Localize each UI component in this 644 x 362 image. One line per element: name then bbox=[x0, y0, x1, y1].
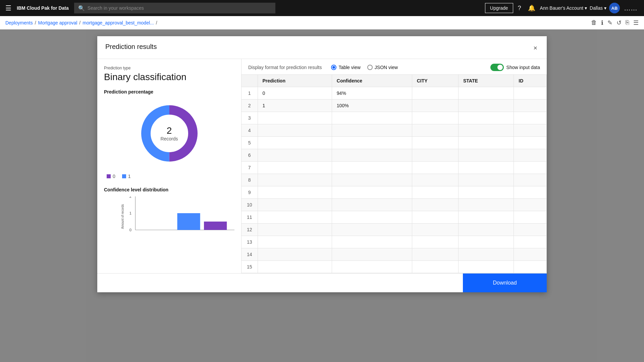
topnav-right: Upgrade ? 🔔 Ann Bauer's Account ▾ Dallas… bbox=[485, 2, 639, 14]
edit-icon[interactable]: ✎ bbox=[607, 19, 612, 26]
copy-icon[interactable]: ⎘ bbox=[626, 19, 629, 26]
region-name: Dallas bbox=[590, 5, 603, 11]
account-name: Ann Bauer's Account bbox=[540, 5, 584, 11]
breadcrumb-actions: 🗑 ℹ ✎ ↺ ⎘ ☰ bbox=[591, 19, 639, 26]
app-logo: IBM Cloud Pak for Data bbox=[17, 5, 69, 11]
upgrade-button[interactable]: Upgrade bbox=[485, 3, 513, 13]
history-icon[interactable]: ↺ bbox=[616, 19, 622, 26]
breadcrumb-sep2: / bbox=[79, 20, 80, 25]
chevron-down-icon: ▾ bbox=[585, 5, 587, 11]
search-bar[interactable]: 🔍 bbox=[74, 3, 275, 13]
delete-icon[interactable]: 🗑 bbox=[591, 19, 597, 26]
info-icon[interactable]: ℹ bbox=[601, 19, 603, 26]
search-input[interactable] bbox=[88, 5, 271, 11]
breadcrumb-sep: / bbox=[35, 20, 36, 25]
breadcrumb-deployments[interactable]: Deployments bbox=[5, 20, 33, 25]
apps-icon[interactable]: …… bbox=[623, 3, 639, 13]
help-icon[interactable]: ? bbox=[516, 3, 523, 14]
breadcrumb-model[interactable]: mortgage_approval_best_model... bbox=[83, 20, 154, 25]
breadcrumb-sep3: / bbox=[156, 20, 157, 25]
account-menu[interactable]: Ann Bauer's Account ▾ bbox=[540, 5, 587, 11]
notifications-icon[interactable]: 🔔 bbox=[526, 2, 537, 14]
breadcrumb-bar: Deployments / Mortgage approval / mortga… bbox=[0, 16, 644, 29]
region-menu[interactable]: Dallas ▾ bbox=[590, 5, 606, 11]
chevron-down-icon: ▾ bbox=[604, 5, 606, 11]
topnav: ☰ IBM Cloud Pak for Data 🔍 Upgrade ? 🔔 A… bbox=[0, 0, 644, 16]
avatar[interactable]: AB bbox=[609, 3, 620, 13]
breadcrumb-mortgage[interactable]: Mortgage approval bbox=[38, 20, 77, 25]
hamburger-icon[interactable]: ☰ bbox=[5, 4, 11, 12]
grid-icon[interactable]: ☰ bbox=[633, 19, 639, 26]
search-icon: 🔍 bbox=[78, 5, 85, 11]
